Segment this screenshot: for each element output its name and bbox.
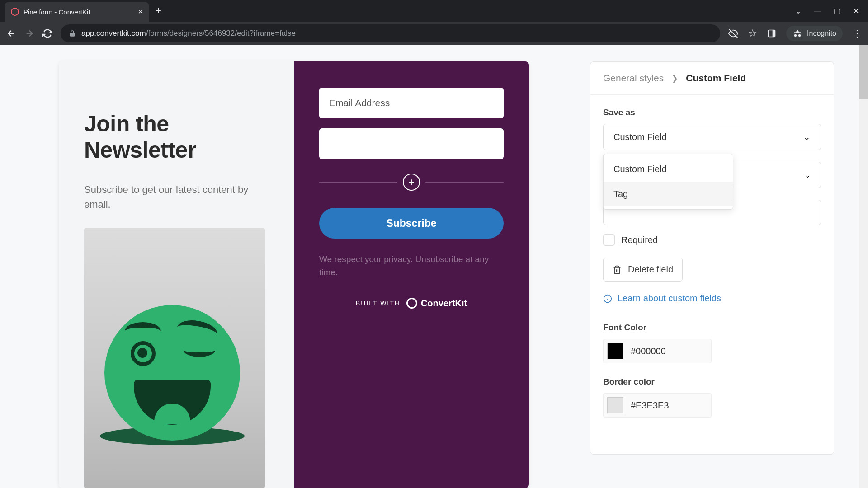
add-field-separator: + [319,174,504,191]
border-color-value: #E3E3E3 [631,400,669,411]
minimize-icon[interactable]: ― [814,7,821,15]
address-bar: app.convertkit.com/forms/designers/56469… [0,22,868,45]
form-heading[interactable]: Join the Newsletter [84,111,269,163]
dropdown-option-tag[interactable]: Tag [604,182,733,206]
breadcrumb-current: Custom Field [686,73,746,84]
eye-off-icon[interactable] [728,28,738,38]
convertkit-logo: ConvertKit [406,298,467,309]
delete-label: Delete field [628,264,673,275]
browser-chrome: Pine form - ConvertKit × + ⌄ ― ▢ ✕ app.c… [0,0,868,45]
subscribe-label: Subscribe [386,217,436,230]
new-tab-button[interactable]: + [149,1,168,20]
incognito-label: Incognito [807,29,836,38]
forward-button[interactable] [24,28,34,38]
tabs-dropdown-icon[interactable]: ⌄ [795,7,801,15]
learn-link-label: Learn about custom fields [618,293,721,304]
form-left-pane: Join the Newsletter Subscribe to get our… [59,61,294,488]
breadcrumb: General styles ❯ Custom Field [590,62,834,95]
window-controls: ⌄ ― ▢ ✕ [795,7,868,15]
required-checkbox[interactable] [603,234,615,246]
save-as-label: Save as [603,108,821,117]
border-color-picker[interactable]: #E3E3E3 [603,393,712,418]
save-as-value: Custom Field [613,132,667,142]
url-input[interactable]: app.convertkit.com/forms/designers/56469… [61,24,720,42]
favicon-icon [11,8,19,16]
custom-field-input[interactable] [319,128,504,159]
learn-link[interactable]: Learn about custom fields [603,293,821,304]
subscribe-button[interactable]: Subscribe [319,208,504,239]
privacy-text[interactable]: We respect your privacy. Unsubscribe at … [319,253,504,279]
bookmark-icon[interactable]: ☆ [748,28,757,39]
svg-rect-1 [773,30,775,37]
form-right-pane: Email Address + Subscribe We respect you… [294,61,529,488]
toolbar-right: ☆ Incognito ⋮ [728,26,862,41]
font-color-swatch [607,343,623,359]
form-subheading[interactable]: Subscribe to get our latest content by e… [84,182,269,212]
url-text: app.convertkit.com/forms/designers/56469… [81,29,296,38]
border-color-label: Border color [603,377,821,387]
chevron-down-icon: ⌄ [805,171,811,179]
close-window-icon[interactable]: ✕ [853,7,859,15]
back-button[interactable] [6,28,16,38]
scrollbar-thumb[interactable] [859,45,868,99]
reload-button[interactable] [42,28,52,38]
required-label: Required [621,235,658,245]
info-icon [603,294,612,303]
form-image[interactable] [84,228,265,488]
border-color-swatch [607,397,623,413]
lock-icon [69,30,76,37]
add-field-button[interactable]: + [403,174,420,191]
email-placeholder: Email Address [329,98,390,108]
page-content: Join the Newsletter Subscribe to get our… [0,45,868,488]
browser-tab[interactable]: Pine form - ConvertKit × [5,2,149,22]
close-icon[interactable]: × [138,7,143,17]
built-with-badge[interactable]: BUILT WITH ConvertKit [319,298,504,309]
menu-icon[interactable]: ⋮ [853,28,862,39]
delete-field-button[interactable]: Delete field [603,258,683,282]
settings-panel: General styles ❯ Custom Field Save as Cu… [590,61,834,455]
chevron-down-icon: ⌄ [803,131,811,142]
side-panel-icon[interactable] [767,29,776,38]
font-color-label: Font Color [603,323,821,333]
brand-label: ConvertKit [421,298,467,309]
form-preview: Join the Newsletter Subscribe to get our… [59,61,529,488]
email-field[interactable]: Email Address [319,88,504,118]
save-as-dropdown[interactable]: Custom Field ⌄ [603,124,821,150]
save-as-dropdown-menu: Custom Field Tag [603,154,733,210]
convertkit-icon [406,298,417,309]
built-with-label: BUILT WITH [356,300,400,307]
trash-icon [613,265,622,274]
tab-title: Pine form - ConvertKit [24,8,133,16]
breadcrumb-parent[interactable]: General styles [603,73,664,84]
maximize-icon[interactable]: ▢ [834,7,840,15]
required-row: Required [603,234,821,246]
incognito-icon [793,28,802,38]
settings-scroll[interactable]: Save as Custom Field ⌄ Custom Field Tag … [590,95,834,454]
font-color-picker[interactable]: #000000 [603,339,712,363]
page-scrollbar[interactable] [859,45,868,488]
chevron-right-icon: ❯ [672,74,678,83]
incognito-badge[interactable]: Incognito [786,26,843,41]
dropdown-option-custom-field[interactable]: Custom Field [604,157,733,182]
tab-bar: Pine form - ConvertKit × + ⌄ ― ▢ ✕ [0,0,868,22]
font-color-value: #000000 [631,346,666,357]
